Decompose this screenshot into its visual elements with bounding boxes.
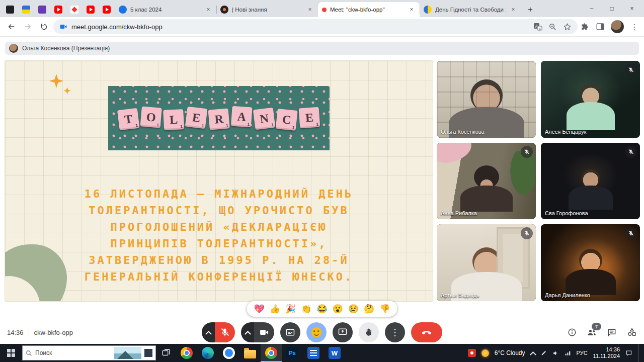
- search-placeholder: Поиск: [35, 349, 52, 356]
- scrabble-tile: R1: [208, 108, 230, 130]
- taskbar-search-input[interactable]: Поиск: [22, 345, 156, 360]
- youtube-icon: [54, 6, 62, 14]
- participant-tile[interactable]: Анна Рибалка: [437, 143, 536, 220]
- minimize-button[interactable]: –: [582, 0, 602, 17]
- recording-indicator-icon: [322, 8, 327, 12]
- app-chrome-active[interactable]: [261, 344, 282, 362]
- tab-den-hidnosti[interactable]: День Гідності та Свободи 21 л: [420, 2, 521, 17]
- weather-text[interactable]: 6°C Cloudy: [495, 349, 525, 356]
- end-call-button[interactable]: [411, 322, 442, 342]
- reaction-thinking[interactable]: 🤔: [364, 304, 374, 314]
- app-folder[interactable]: [239, 344, 261, 362]
- tab-close-icon[interactable]: [306, 6, 314, 14]
- app-word[interactable]: W: [324, 344, 345, 362]
- tray-app-icon[interactable]: [468, 349, 476, 357]
- captions-button[interactable]: [280, 322, 300, 342]
- raise-hand-button[interactable]: [359, 322, 379, 342]
- classroom-icon: [119, 6, 127, 14]
- side-panel-icon[interactable]: [596, 22, 605, 31]
- browser-menu-icon[interactable]: [630, 22, 639, 32]
- pinned-tab[interactable]: [83, 2, 99, 17]
- tab-5-klas[interactable]: 5 клас 2024: [115, 2, 216, 17]
- pinned-tab[interactable]: [50, 2, 66, 17]
- pinned-tab[interactable]: [99, 2, 115, 17]
- reaction-heart[interactable]: 💖: [254, 304, 265, 314]
- app-photoshop[interactable]: Ps: [282, 344, 303, 362]
- pinned-tab[interactable]: [2, 2, 18, 17]
- pinned-tab[interactable]: [66, 2, 83, 17]
- participant-tile[interactable]: Ольга Косенкова: [437, 61, 536, 138]
- mic-mute-button[interactable]: [215, 322, 235, 342]
- zoom-icon: [223, 347, 235, 359]
- red-app-icon: [70, 5, 79, 14]
- translate-icon[interactable]: Аa: [533, 22, 542, 31]
- activities-icon[interactable]: [627, 327, 637, 337]
- participant-tile[interactable]: Артем Ведмідь: [437, 224, 536, 301]
- taskbar-apps: Ps W: [176, 344, 345, 362]
- forward-icon[interactable]: [21, 20, 34, 33]
- reactions-button[interactable]: [306, 322, 327, 342]
- pen-icon[interactable]: [541, 350, 547, 356]
- meeting-time: 14:36: [7, 329, 24, 336]
- reaction-thumbs-up[interactable]: 👍: [270, 304, 280, 314]
- language-indicator[interactable]: РУС: [577, 350, 588, 356]
- reaction-surprise[interactable]: 😮: [333, 304, 343, 314]
- tab-close-icon[interactable]: [204, 6, 212, 14]
- tab-close-icon[interactable]: [408, 6, 416, 14]
- reaction-clap[interactable]: 👏: [301, 304, 311, 314]
- app-office[interactable]: [303, 344, 324, 362]
- app-colorful[interactable]: [176, 344, 197, 362]
- present-screen-button[interactable]: [333, 322, 353, 342]
- maximize-button[interactable]: □: [602, 0, 622, 17]
- news-site-icon: [220, 6, 228, 14]
- more-options-button[interactable]: [385, 322, 405, 342]
- participants-panel-icon[interactable]: 7: [587, 327, 597, 337]
- app-edge[interactable]: [197, 344, 218, 362]
- close-button[interactable]: ×: [622, 0, 642, 17]
- ukraine-flag-icon: [22, 6, 30, 14]
- mic-options-caret[interactable]: [202, 322, 215, 342]
- task-view-button[interactable]: [156, 344, 176, 362]
- action-center-icon[interactable]: [625, 349, 632, 356]
- reaction-party[interactable]: 🎉: [285, 304, 296, 314]
- new-tab-button[interactable]: [523, 3, 537, 17]
- camera-button[interactable]: [254, 322, 274, 342]
- windows-logo-icon: [7, 349, 15, 357]
- reaction-laugh[interactable]: 😂: [316, 304, 327, 314]
- dark-app-icon: [6, 6, 14, 14]
- zoom-out-icon[interactable]: [548, 23, 557, 31]
- start-button[interactable]: [0, 344, 22, 362]
- camera-options-caret[interactable]: [241, 322, 254, 342]
- tab-novi-znannia[interactable]: | Нові знання: [216, 2, 318, 17]
- pinned-tab[interactable]: [34, 2, 50, 17]
- reaction-thumbs-down[interactable]: 👎: [379, 304, 390, 314]
- show-desktop-strip[interactable]: [638, 344, 641, 362]
- back-icon[interactable]: [5, 20, 18, 33]
- scrabble-tile: O1: [140, 106, 162, 128]
- app-zoom[interactable]: [218, 344, 239, 362]
- pinned-tab[interactable]: [18, 2, 34, 17]
- tab-close-icon[interactable]: [509, 6, 517, 14]
- presenter-banner: Ольга Косенкова (Презентація): [5, 42, 639, 55]
- reaction-sad[interactable]: 😢: [348, 304, 359, 314]
- profile-avatar[interactable]: [611, 20, 624, 33]
- hidden-icons-chevron[interactable]: [530, 351, 536, 357]
- participant-tile[interactable]: Алеся Бенцарук: [541, 61, 640, 138]
- shared-presentation-slide: T1 O1 L1 E1 R1 A1 N1 C1 E1 16 ЛИСТОПАДА …: [5, 61, 433, 301]
- bookmark-star-icon[interactable]: [563, 23, 572, 31]
- taskbar-clock[interactable]: 14:36 11.11.2024: [593, 346, 620, 359]
- tab-title: День Гідності та Свободи 21 л: [435, 7, 506, 13]
- tab-meet-active[interactable]: Meet: "ckw-bkfo-opp": [318, 2, 420, 17]
- chat-panel-icon[interactable]: [607, 327, 617, 337]
- scrabble-tile: N1: [253, 108, 276, 130]
- volume-icon[interactable]: [552, 350, 559, 356]
- meeting-info-icon[interactable]: [568, 328, 577, 337]
- scrabble-tile: E1: [299, 107, 320, 129]
- reload-icon[interactable]: [37, 20, 50, 33]
- extensions-puzzle-icon[interactable]: [581, 22, 590, 31]
- participant-tile[interactable]: Дарья Даниленко: [541, 224, 640, 301]
- network-icon[interactable]: [565, 350, 571, 356]
- participant-tile[interactable]: Єва Горофонова: [541, 143, 640, 220]
- divider: [29, 328, 29, 336]
- address-input[interactable]: meet.google.com/ckw-bkfo-opp Аa: [53, 19, 578, 34]
